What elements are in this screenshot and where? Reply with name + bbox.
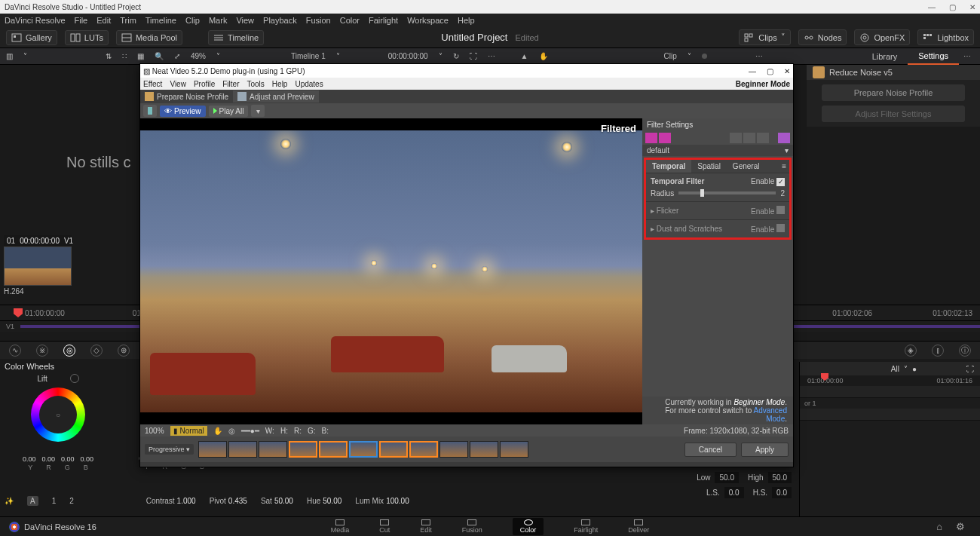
menu-item[interactable]: Mark (209, 16, 227, 25)
menu-item[interactable]: Edit (96, 16, 111, 25)
kf-track[interactable] (800, 409, 980, 421)
plugin-menu-item[interactable]: Tools (247, 80, 264, 88)
strip-frame[interactable] (439, 441, 468, 458)
menu-item[interactable]: DaVinci Resolve (5, 16, 66, 25)
preset-save-icon[interactable] (659, 133, 671, 143)
luts-button[interactable]: LUTs (65, 30, 109, 45)
view-mode-button[interactable] (143, 105, 157, 117)
plugin-close[interactable]: ✕ (784, 67, 790, 75)
timeline-name[interactable]: Timeline 1 (291, 52, 326, 60)
menu-item[interactable]: Workspace (407, 16, 449, 25)
playhead-icon[interactable] (14, 308, 23, 317)
preview-button[interactable]: 👁Preview (160, 106, 206, 117)
timeline-button[interactable]: Timeline (208, 30, 264, 45)
undo-icon[interactable] (730, 133, 742, 143)
flicker-enable-checkbox[interactable] (776, 206, 785, 214)
close-button[interactable]: ✕ (969, 3, 975, 11)
apply-button[interactable]: Apply (741, 443, 789, 457)
playall-button[interactable]: Play All (209, 106, 249, 117)
strip-frame[interactable] (500, 441, 528, 458)
strip-frame[interactable] (379, 441, 408, 458)
page-color[interactable]: Color (513, 518, 544, 535)
loop-icon[interactable]: ↻ (453, 52, 459, 60)
plugin-titlebar[interactable]: ▨ Neat Video 5.2.0 Demo plug-in (using 1… (140, 64, 793, 78)
advanced-mode-link[interactable]: Advanced Mode (754, 406, 787, 423)
kf-track[interactable] (800, 386, 980, 398)
strip-frame[interactable] (198, 441, 227, 458)
tab-prepare-profile[interactable]: Prepare Noise Profile (140, 90, 233, 103)
tab-temporal[interactable]: Temporal (646, 160, 691, 173)
menu-icon[interactable]: ≡ (779, 160, 789, 173)
compare-icon[interactable] (757, 133, 769, 143)
gear-icon[interactable]: ⚙ (956, 521, 965, 532)
grid-icon[interactable]: ▦ (137, 52, 144, 60)
primary-tool[interactable]: ◎ (63, 345, 75, 357)
plugin-menu-item[interactable]: Updates (295, 80, 323, 88)
menu-item[interactable]: Help (458, 16, 475, 25)
reset-icon[interactable] (70, 374, 79, 383)
param-value[interactable]: 100.00 (386, 497, 409, 505)
temporal-enable-checkbox[interactable]: ✓ (776, 178, 785, 186)
tracker-tool[interactable]: ⊕ (118, 345, 130, 357)
radius-slider[interactable] (678, 191, 776, 194)
warning-badge[interactable]: ▮Normal (170, 426, 207, 436)
size-slider[interactable]: ━━●━ (241, 427, 259, 435)
strip-frame[interactable] (409, 441, 438, 458)
waveform-tool[interactable]: ⫿ (932, 345, 944, 357)
mediapool-button[interactable]: Media Pool (116, 30, 182, 45)
badge[interactable]: 2 (69, 497, 74, 505)
dust-enable-checkbox[interactable] (776, 224, 785, 232)
fit-icon[interactable]: ⤢ (174, 52, 180, 60)
plugin-menu-item[interactable]: Help (272, 80, 288, 88)
radius-value[interactable]: 2 (780, 189, 785, 198)
wheel-lift[interactable]: Lift ○ 0.000.000.000.00 YRGB (23, 374, 93, 471)
strip-frame[interactable] (289, 441, 317, 458)
val[interactable]: 0.00 (23, 455, 36, 463)
pointer-icon[interactable]: ▲ (521, 52, 528, 60)
target-icon[interactable]: ◎ (228, 427, 235, 435)
page-edit[interactable]: Edit (420, 519, 432, 534)
info-icon[interactable] (778, 133, 790, 143)
strip-frame[interactable] (470, 441, 498, 458)
zoom-value[interactable]: 49% (191, 52, 206, 60)
param-value[interactable]: 50.00 (274, 497, 293, 505)
low-value[interactable]: 50.0 (715, 472, 738, 483)
maximize-button[interactable]: ▢ (949, 3, 956, 11)
wand-icon[interactable]: ✨ (5, 497, 14, 505)
expand-icon[interactable]: ⛶ (470, 52, 477, 60)
qualifier-tool[interactable]: ※ (36, 345, 48, 357)
flicker-label[interactable]: Flicker (657, 207, 678, 215)
gallery-button[interactable]: Gallery (6, 30, 57, 45)
window-tool[interactable]: ◇ (90, 345, 103, 357)
badge[interactable]: A (27, 496, 38, 506)
page-fairlight[interactable]: Fairlight (574, 519, 598, 534)
tab-general[interactable]: General (727, 160, 766, 173)
sort-icon[interactable]: ⇅ (106, 52, 112, 60)
more-icon[interactable]: ⋯ (959, 52, 975, 60)
param-value[interactable]: 1.000 (177, 497, 196, 505)
curves-tool[interactable]: ∿ (9, 345, 21, 357)
menu-item[interactable]: View (236, 16, 254, 25)
scope-tool[interactable]: ◈ (905, 345, 917, 357)
clip-thumbnail[interactable]: 0100:00:00:00V1 H.264 (4, 235, 72, 296)
clips-button[interactable]: Clips˅ (739, 29, 790, 45)
plugin-menu-item[interactable]: Effect (143, 80, 162, 88)
chevron-down-icon[interactable]: ˅ (904, 365, 908, 373)
preset-selector[interactable]: default▾ (642, 145, 793, 156)
chevron-down-icon[interactable]: ˅ (216, 52, 220, 60)
info-tool[interactable]: ⓘ (959, 345, 971, 357)
plugin-menu-item[interactable]: View (170, 80, 186, 88)
menu-item[interactable]: File (75, 16, 88, 25)
plugin-maximize[interactable]: ▢ (767, 67, 773, 75)
hand-icon[interactable]: ✋ (213, 427, 222, 435)
hand-icon[interactable]: ✋ (539, 52, 548, 60)
dust-label[interactable]: Dust and Scratches (657, 225, 722, 233)
effect-header[interactable]: Reduce Noise v5 (807, 65, 980, 80)
lightbox-button[interactable]: Lightbox (917, 29, 974, 45)
playall-menu[interactable]: ▾ (251, 105, 265, 117)
timecode[interactable]: 00:00:00:00 (388, 52, 428, 60)
tab-library[interactable]: Library (862, 49, 908, 64)
plugin-menu-item[interactable]: Filter (222, 80, 239, 88)
strip-frame-current[interactable] (349, 441, 378, 458)
openfx-button[interactable]: OpenFX (854, 29, 910, 45)
